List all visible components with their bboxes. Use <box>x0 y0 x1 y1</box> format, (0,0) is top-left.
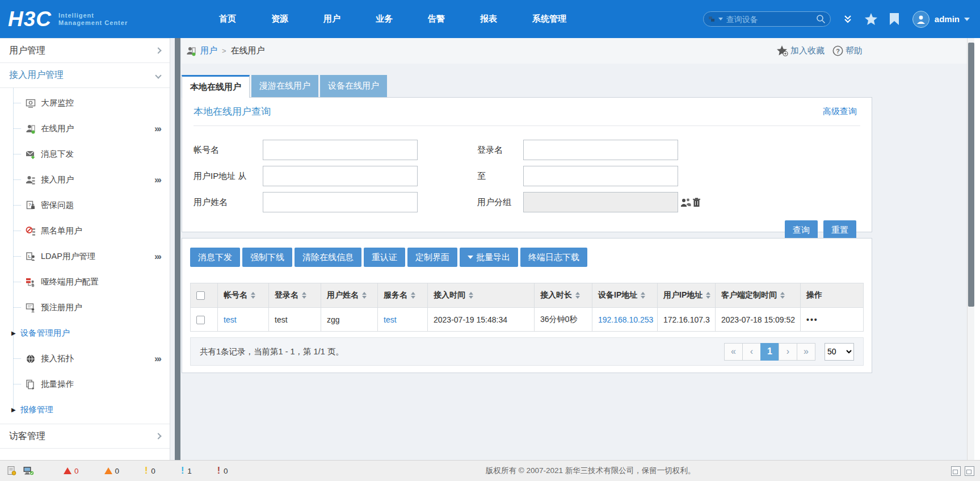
sidebar-item-access-topology[interactable]: 接入拓扑 ››› <box>0 346 170 371</box>
customize-ui-button[interactable]: 定制界面 <box>407 248 457 267</box>
sort-icon[interactable] <box>706 292 710 299</box>
batch-export-button[interactable]: 批量导出 <box>460 248 518 267</box>
console-window-icon[interactable] <box>965 466 974 476</box>
sidebar-item-repair-management[interactable]: ▶ 报修管理 <box>0 397 170 423</box>
sidebar-item-preregistered-users[interactable]: 预注册用户 <box>0 295 170 320</box>
next-page-button[interactable]: › <box>779 343 797 361</box>
vertical-scrollbar[interactable] <box>967 38 974 460</box>
account-name-input[interactable] <box>263 140 418 160</box>
breadcrumb-root[interactable]: 用户 <box>200 45 217 56</box>
copyright-text: 版权所有 © 2007-2021 新华三技术有限公司，保留一切权利。 <box>486 466 695 476</box>
first-page-button[interactable]: « <box>724 343 743 361</box>
sidebar-item-dumb-terminal-config[interactable]: 哑终端用户配置 <box>0 269 170 295</box>
sort-icon[interactable] <box>251 292 255 299</box>
expand-more-icon[interactable] <box>843 15 852 23</box>
sidebar-item-message-send[interactable]: 消息下发 <box>0 141 170 167</box>
favorites-star-icon[interactable] <box>865 13 877 25</box>
tab-roaming-online-users[interactable]: 漫游在线用户 <box>251 75 318 97</box>
device-type-icon[interactable] <box>708 15 716 23</box>
log-window-icon[interactable] <box>951 466 961 476</box>
user-ip-to-input[interactable] <box>523 166 678 186</box>
alarm-critical[interactable]: 0 <box>64 467 79 475</box>
sidebar-item-ldap-user-management[interactable]: L LDAP用户管理 ››› <box>0 244 170 269</box>
add-to-favorites-button[interactable]: 加入收藏 <box>777 45 825 56</box>
select-all-checkbox[interactable] <box>196 291 205 300</box>
page-size-select[interactable]: 50 <box>825 343 854 361</box>
sidebar-item-blacklist-users[interactable]: 黑名单用户 <box>0 218 170 244</box>
sidebar-nav: 用户管理 接入用户管理 大屏监控 在线用户 ››› 消息下发 <box>0 38 170 460</box>
username-label[interactable]: admin <box>935 14 960 24</box>
nav-resources[interactable]: 资源 <box>254 14 306 24</box>
account-link[interactable]: test <box>224 315 237 324</box>
device-search-box[interactable] <box>703 11 831 27</box>
force-offline-button[interactable]: 强制下线 <box>242 248 292 267</box>
service-link[interactable]: test <box>384 315 397 324</box>
sort-icon[interactable] <box>362 292 367 299</box>
bookmark-icon[interactable] <box>890 13 899 25</box>
certificate-status-icon[interactable] <box>7 466 17 476</box>
sort-icon[interactable] <box>641 292 645 299</box>
sidebar-item-security-questions[interactable]: ? 密保问题 <box>0 193 170 218</box>
agent-status-icon[interactable] <box>23 466 34 476</box>
sidebar-item-batch-operations[interactable]: 批量操作 <box>0 371 170 397</box>
search-input[interactable] <box>726 15 816 24</box>
terminal-log-download-button[interactable]: 终端日志下载 <box>520 248 587 267</box>
user-ip-from-input[interactable] <box>263 166 418 186</box>
last-page-button[interactable]: » <box>797 343 815 361</box>
nav-system[interactable]: 系统管理 <box>515 14 584 24</box>
search-icon[interactable] <box>816 14 826 24</box>
scrollbar-thumb[interactable] <box>968 43 974 307</box>
alarm-major[interactable]: 0 <box>104 467 120 475</box>
alarm-info[interactable]: ! 0 <box>217 467 228 475</box>
reset-button[interactable]: 重置 <box>823 220 856 240</box>
sidebar-section-access-user-management[interactable]: 接入用户管理 <box>0 63 170 88</box>
breadcrumb: 用户 > 在线用户 加入收藏 ? 帮助 <box>182 38 967 64</box>
device-ip-link[interactable]: 192.168.10.253 <box>598 315 653 324</box>
sort-icon[interactable] <box>575 292 580 299</box>
prev-page-button[interactable]: ‹ <box>742 343 761 361</box>
splitter-bar[interactable] <box>175 38 180 460</box>
sidebar-splitter[interactable] <box>170 38 182 460</box>
security-question-icon: ? <box>25 200 36 211</box>
nav-users[interactable]: 用户 <box>306 14 358 24</box>
clear-online-info-button[interactable]: 清除在线信息 <box>295 248 361 267</box>
nav-services[interactable]: 业务 <box>358 14 410 24</box>
page-1-button[interactable]: 1 <box>760 343 779 361</box>
tab-local-online-users[interactable]: 本地在线用户 <box>182 75 250 98</box>
status-bar: 0 0 ! 0 ! 1 ! 0 版权所有 © 2007-2021 新华三技术有限… <box>0 460 980 481</box>
nav-home[interactable]: 首页 <box>201 14 254 24</box>
sidebar-item-online-users[interactable]: 在线用户 ››› <box>0 116 170 141</box>
sidebar-item-big-screen-monitor[interactable]: 大屏监控 <box>0 90 170 116</box>
sort-icon[interactable] <box>780 292 785 299</box>
send-message-button[interactable]: 消息下发 <box>190 248 240 267</box>
sidebar-item-access-users[interactable]: 接入用户 ››› <box>0 167 170 193</box>
sort-icon[interactable] <box>411 292 415 299</box>
tab-device-online-users[interactable]: 设备在线用户 <box>320 75 387 97</box>
sidebar-section-guest-management[interactable]: 访客管理 <box>0 424 170 449</box>
nav-reports[interactable]: 报表 <box>462 14 515 24</box>
user-menu-caret-icon[interactable] <box>964 18 970 21</box>
login-name-input[interactable] <box>523 140 678 160</box>
clear-group-icon[interactable] <box>692 198 701 207</box>
sidebar-item-device-management-users[interactable]: ▶ 设备管理用户 <box>0 320 170 346</box>
search-scope-caret-icon[interactable] <box>718 18 723 20</box>
row-checkbox[interactable] <box>196 316 205 324</box>
sidebar-section-user-management[interactable]: 用户管理 <box>0 38 170 63</box>
select-group-icon[interactable] <box>680 198 691 207</box>
user-name-label: 用户姓名 <box>194 197 263 208</box>
query-button[interactable]: 查询 <box>785 220 818 240</box>
help-button[interactable]: ? 帮助 <box>832 45 863 56</box>
row-operations-button[interactable]: ••• <box>806 315 818 324</box>
avatar[interactable] <box>912 11 929 28</box>
sort-icon[interactable] <box>469 292 473 299</box>
page-actions: 加入收藏 ? 帮助 <box>769 45 962 56</box>
alarm-minor[interactable]: ! 0 <box>145 467 155 475</box>
user-name-input[interactable] <box>263 192 418 212</box>
reauthenticate-button[interactable]: 重认证 <box>364 248 405 267</box>
ldap-icon: L <box>25 251 36 262</box>
sort-icon[interactable] <box>302 292 306 299</box>
alarm-warning[interactable]: ! 1 <box>181 467 192 475</box>
nav-alarms[interactable]: 告警 <box>410 14 462 24</box>
monitor-icon <box>25 98 36 108</box>
advanced-query-link[interactable]: 高级查询 <box>823 106 857 117</box>
